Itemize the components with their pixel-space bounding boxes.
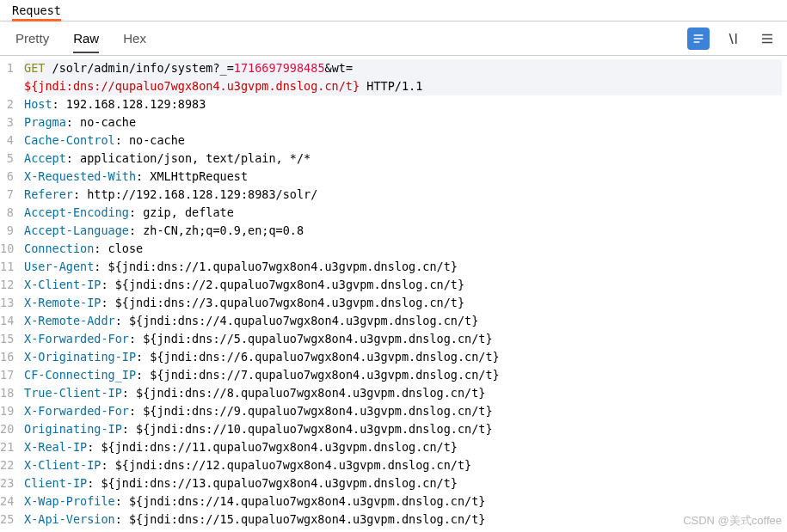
line-gutter: 1234567891011121314151617181920212223242… (0, 56, 19, 532)
newline-icon[interactable] (722, 28, 744, 50)
menu-icon[interactable] (756, 28, 778, 50)
code-area: 1234567891011121314151617181920212223242… (0, 56, 787, 532)
actions-icon[interactable] (687, 28, 710, 50)
view-tabs: Pretty Raw Hex (9, 23, 146, 53)
tab-request[interactable]: Request (12, 0, 61, 21)
tab-hex[interactable]: Hex (123, 23, 146, 53)
tab-raw[interactable]: Raw (73, 23, 99, 53)
http-request-text[interactable]: GET /solr/admin/info/system?_=1716697998… (19, 56, 787, 532)
toolbar-actions (687, 28, 778, 50)
toolbar: Pretty Raw Hex (0, 21, 787, 56)
top-tab-bar: Request (0, 0, 787, 21)
tab-pretty[interactable]: Pretty (15, 23, 49, 53)
